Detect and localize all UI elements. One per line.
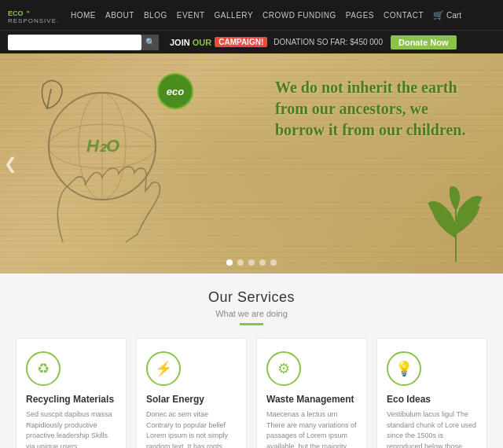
services-subtitle: What we are doing [16,309,487,318]
service-title-3: Eco Ideas [387,394,431,405]
nav-home[interactable]: HOME [71,11,96,20]
search-input[interactable] [12,35,122,50]
campaign-join-text: JOIN OUR [170,38,211,47]
nav-event[interactable]: EVENT [177,11,205,20]
nav-links: HOME ABOUT BLOG EVENT GALLERY CROWD FUND… [71,10,495,20]
join-text: JOIN [170,38,193,47]
service-title-0: Recycling Materials [26,394,114,405]
nav-about[interactable]: ABOUT [105,11,134,20]
logo-quotes: " [26,9,29,17]
eco-badge-text: eco [167,86,184,97]
nav-blog[interactable]: BLOG [144,11,167,20]
services-title: Our Services [16,289,487,306]
cart-link[interactable]: 🛒 Cart [433,10,461,20]
hero-section: ❮ H₂O eco We do not inherit the earth fr… [0,53,503,274]
svg-line-6 [47,89,51,108]
logo-responsive: RESPONSIVE. [8,17,63,24]
search-campaign-bar: 🔍 JOIN OUR CAMPAIGN! DONATION SO FAR: $4… [0,30,503,53]
plant-illustration [420,183,491,262]
hero-dot-1[interactable] [226,259,233,266]
service-icon-3: 💡 [387,351,421,386]
nav-crowdfunding[interactable]: CROWD FUNDING [263,11,336,20]
svg-text:H₂O: H₂O [86,136,119,156]
service-text-2: Maecenas a lectus urn There are many var… [266,409,357,448]
service-card-1: ⚡ Solar Energy Donec ac sem vitae Contra… [136,338,247,448]
hero-dot-4[interactable] [259,259,266,266]
hero-quote: We do not inherit the earth from our anc… [275,77,479,141]
service-title-2: Waste Management [266,394,354,405]
hero-dot-5[interactable] [270,259,277,266]
nav-contact[interactable]: CONTACT [384,11,424,20]
service-card-3: 💡 Eco Ideas Vestibulum lacus ligul The s… [376,338,487,448]
eco-badge: eco [157,73,193,109]
services-divider [240,323,263,325]
services-grid: ♻ Recycling Materials Sed suscpit dapibu… [16,338,487,448]
services-header: Our Services What we are doing [16,289,487,325]
nav-pages[interactable]: PAGES [346,11,374,20]
donate-now-button[interactable]: Donate Now [391,35,457,50]
service-text-3: Vestibulum lacus ligul The standard chun… [387,409,477,448]
service-card-0: ♻ Recycling Materials Sed suscpit dapibu… [16,338,127,448]
service-card-2: ⚙ Waste Management Maecenas a lectus urn… [256,338,367,448]
service-title-1: Solar Energy [146,394,204,405]
campaign-label: CAMPAIGN! [215,37,267,47]
donation-amount: DONATION SO FAR: $450 000 [274,38,383,46]
hero-dot-2[interactable] [237,259,244,266]
search-wrap [8,35,141,50]
logo-eco: ECO " [8,6,63,17]
logo: ECO " RESPONSIVE. [8,6,63,24]
service-icon-0: ♻ [26,351,61,386]
service-icon-2: ⚙ [266,351,301,386]
our-text: OUR [193,38,211,47]
navbar: ECO " RESPONSIVE. HOME ABOUT BLOG EVENT … [0,0,503,30]
hero-pagination [226,259,277,266]
services-section: Our Services What we are doing ♻ Recycli… [0,274,503,448]
service-text-1: Donec ac sem vitae Contrary to popular b… [146,409,237,448]
nav-gallery[interactable]: GALLERY [215,11,253,20]
cart-icon: 🛒 [433,10,444,20]
search-button[interactable]: 🔍 [141,35,159,50]
service-icon-1: ⚡ [146,351,181,386]
hero-dot-3[interactable] [248,259,255,266]
cart-label: Cart [446,11,461,20]
logo-eco-text: ECO [8,9,24,17]
service-text-0: Sed suscpit dapibus massa Rapidiously pr… [26,409,116,448]
